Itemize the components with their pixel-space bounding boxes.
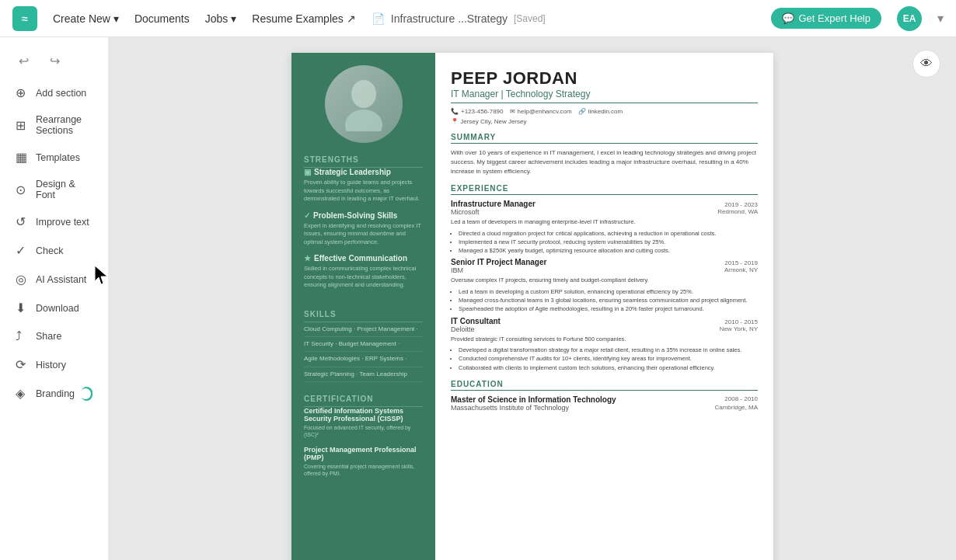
exp-1-bullets: Directed a cloud migration project for c… bbox=[451, 229, 758, 256]
resume-document: STRENGTHS ▣ Strategic Leadership Proven … bbox=[291, 53, 773, 560]
jobs-menu[interactable]: Jobs ▾ bbox=[205, 12, 237, 25]
resume-name: PEEP JORDAN bbox=[451, 68, 758, 89]
improve-text-icon: ↺ bbox=[16, 214, 30, 229]
cert-1-title: Certified Information Systems Security P… bbox=[304, 407, 423, 423]
sidebar-item-rearrange[interactable]: ⊞ Rearrange Sections bbox=[5, 108, 103, 142]
exp-1-desc: Led a team of developers in managing ent… bbox=[451, 218, 758, 227]
sidebar-item-label: Check bbox=[36, 245, 63, 256]
preview-button[interactable]: 👁 bbox=[912, 50, 940, 78]
skills-section: SKILLS Cloud Computing · Project Managem… bbox=[304, 310, 423, 383]
experience-2: Senior IT Project Manager 2015 - 2019 IB… bbox=[451, 258, 758, 313]
sidebar-item-improve-text[interactable]: ↺ Improve text bbox=[5, 208, 103, 235]
logo[interactable]: ≈ bbox=[12, 6, 37, 31]
exp-1-title: Infrastructure Manager bbox=[451, 200, 536, 208]
bullet: Developed a digital transformation strat… bbox=[459, 346, 758, 354]
cert-1-desc: Focused on advanced IT security, offered… bbox=[304, 424, 423, 438]
resume-title: IT Manager | Technology Strategy bbox=[451, 89, 758, 103]
exp-3-title: IT Consultant bbox=[451, 317, 501, 325]
design-font-icon: ⊙ bbox=[16, 183, 30, 197]
sidebar-item-check[interactable]: ✓ Check bbox=[5, 237, 103, 264]
sidebar-item-label: Rearrange Sections bbox=[36, 114, 92, 136]
sidebar-item-label: Download bbox=[36, 303, 79, 314]
branding-toggle[interactable] bbox=[81, 387, 92, 401]
bullet: Conducted comprehensive IT audits for 10… bbox=[459, 354, 758, 363]
strength-2-title: Problem-Solving Skills bbox=[313, 211, 397, 220]
bullet: Implemented a new IT security protocol, … bbox=[459, 238, 758, 246]
svg-point-0 bbox=[351, 80, 376, 108]
templates-icon: ▦ bbox=[16, 150, 30, 165]
create-new-menu[interactable]: Create New ▾ bbox=[53, 12, 119, 25]
sidebar-item-label: Add section bbox=[36, 88, 86, 99]
exp-2-dates: 2015 - 2019 bbox=[724, 259, 758, 266]
education-heading: EDUCATION bbox=[451, 380, 758, 391]
exp-2-company: IBM bbox=[451, 266, 463, 274]
sidebar-item-label: Design & Font bbox=[36, 179, 92, 200]
skill-3: Agile Methodologies · ERP Systems · bbox=[304, 352, 423, 367]
add-section-icon: ⊕ bbox=[16, 85, 30, 100]
sidebar-item-add-section[interactable]: ⊕ Add section bbox=[5, 79, 103, 106]
sidebar-item-label: Share bbox=[36, 331, 61, 342]
redo-button[interactable]: ↪ bbox=[44, 50, 65, 71]
strength-item-3: ★ Effective Communication Skilled in com… bbox=[304, 254, 423, 290]
undo-button[interactable]: ↩ bbox=[12, 50, 34, 71]
sidebar-item-design-font[interactable]: ⊙ Design & Font bbox=[5, 172, 103, 207]
resume-location: 📍 Jersey City, New Jersey bbox=[451, 118, 758, 125]
skills-list: Cloud Computing · Project Management · I… bbox=[304, 322, 423, 383]
sidebar-item-history[interactable]: ⟳ History bbox=[5, 351, 103, 378]
history-icon: ⟳ bbox=[16, 357, 30, 372]
svg-point-1 bbox=[345, 110, 382, 131]
sidebar-item-download[interactable]: ⬇ Download bbox=[5, 294, 103, 322]
summary-heading: SUMMARY bbox=[451, 133, 758, 144]
experience-3: IT Consultant 2010 - 2015 Deloitte New Y… bbox=[451, 317, 758, 372]
rearrange-icon: ⊞ bbox=[16, 118, 30, 133]
sidebar-item-ai-assistant[interactable]: ◎ AI Assistant bbox=[5, 266, 103, 293]
exp-3-bullets: Developed a digital transformation strat… bbox=[451, 346, 758, 372]
experience-1: Infrastructure Manager 2019 - 2023 Micro… bbox=[451, 200, 758, 255]
content-area: 👁 STRENGTHS bbox=[109, 37, 956, 560]
skill-2: IT Security · Budget Management · bbox=[304, 337, 423, 352]
cert-2-title: Project Management Professional (PMP) bbox=[304, 446, 423, 461]
sidebar-item-share[interactable]: ⤴ Share bbox=[5, 323, 103, 350]
strength-1-title: Strategic Leadership bbox=[314, 168, 391, 176]
education-1: Master of Science in Information Technol… bbox=[451, 395, 758, 412]
strengths-title: STRENGTHS bbox=[304, 155, 423, 168]
exp-3-location: New York, NY bbox=[720, 325, 758, 336]
strength-2-icon: ✓ bbox=[304, 211, 310, 220]
document-icon: 📄 bbox=[372, 12, 385, 25]
resume-examples-menu[interactable]: Resume Examples ↗ bbox=[252, 12, 356, 25]
email: ✉ help@enhancv.com bbox=[510, 108, 572, 115]
resume-contact: 📞 +123-456-7890 ✉ help@enhancv.com 🔗 lin… bbox=[451, 108, 758, 115]
exp-2-location: Armonk, NY bbox=[724, 266, 758, 277]
bullet: Directed a cloud migration project for c… bbox=[459, 229, 758, 238]
certification-section: CERTIFICATION Certified Information Syst… bbox=[304, 395, 423, 485]
branding-icon: ◈ bbox=[16, 386, 30, 401]
exp-3-dates: 2010 - 2015 bbox=[724, 318, 758, 325]
bullet: Led a team in developing a custom ERP so… bbox=[459, 287, 758, 296]
strength-item-1: ▣ Strategic Leadership Proven ability to… bbox=[304, 168, 423, 203]
download-icon: ⬇ bbox=[16, 301, 30, 315]
exp-3-company: Deloitte bbox=[451, 325, 475, 333]
sidebar-item-branding[interactable]: ◈ Branding bbox=[5, 380, 103, 407]
avatar[interactable]: EA bbox=[897, 6, 922, 31]
sidebar-item-label: Branding bbox=[36, 388, 75, 399]
linkedin: 🔗 linkedin.com bbox=[578, 108, 623, 115]
resume-right-panel: PEEP JORDAN IT Manager | Technology Stra… bbox=[435, 53, 773, 560]
resume-photo bbox=[325, 65, 403, 143]
saved-label: [Saved] bbox=[514, 13, 546, 24]
exp-1-dates: 2019 - 2023 bbox=[724, 201, 758, 208]
strength-3-desc: Skilled in communicating complex technic… bbox=[304, 265, 423, 290]
strength-item-2: ✓ Problem-Solving Skills Expert in ident… bbox=[304, 211, 423, 247]
doc-title: Infrastructure ...Strategy bbox=[391, 12, 508, 25]
skill-4: Strategic Planning · Team Leadership bbox=[304, 367, 423, 382]
cert-2-desc: Covering essential project management sk… bbox=[304, 463, 423, 477]
expert-help-button[interactable]: 💬 Get Expert Help bbox=[771, 8, 882, 29]
breadcrumb: 📄 Infrastructure ...Strategy [Saved] bbox=[372, 12, 546, 25]
edu-1-institution: Massachusetts Institute of Technology bbox=[451, 404, 569, 412]
cert-item-2: Project Management Professional (PMP) Co… bbox=[304, 446, 423, 477]
top-navigation: ≈ Create New ▾ Documents Jobs ▾ Resume E… bbox=[0, 0, 956, 37]
documents-menu[interactable]: Documents bbox=[134, 12, 190, 25]
check-icon: ✓ bbox=[16, 243, 30, 258]
strength-2-desc: Expert in identifying and resolving comp… bbox=[304, 222, 423, 247]
undo-redo-group: ↩ ↪ bbox=[0, 47, 108, 78]
sidebar-item-templates[interactable]: ▦ Templates bbox=[5, 144, 103, 171]
